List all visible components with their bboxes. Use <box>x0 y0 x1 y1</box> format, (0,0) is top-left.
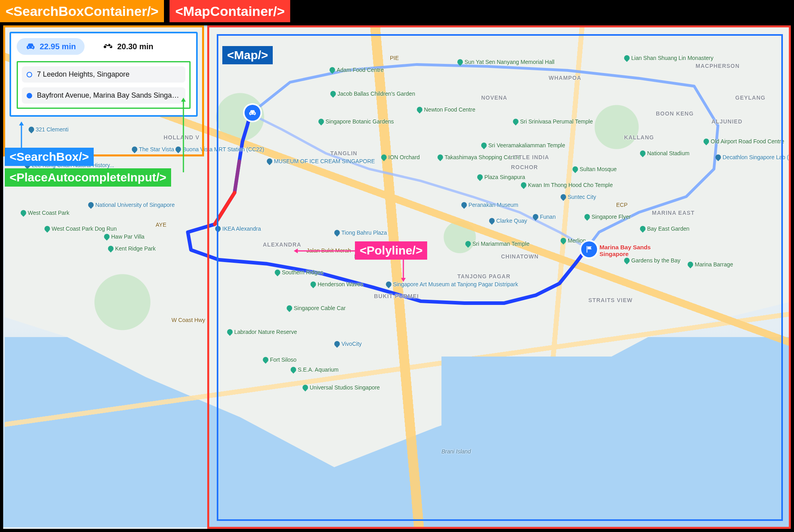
poi-adam-food[interactable]: Adam Food Centre <box>330 67 384 73</box>
destination-marker[interactable] <box>581 241 597 257</box>
destination-row[interactable] <box>22 87 185 104</box>
poi-fort-siloso[interactable]: Fort Siloso <box>263 357 297 363</box>
poi-sun-yat-sen[interactable]: Sun Yat Sen Nanyang Memorial Hall <box>457 59 555 65</box>
label-map: <Map/> <box>222 46 273 64</box>
arrow-polyline-left <box>294 247 357 256</box>
origin-row[interactable] <box>22 66 185 83</box>
motorcycle-icon <box>103 41 113 52</box>
poi-national-stadium[interactable]: National Stadium <box>640 150 690 156</box>
poi-vivocity[interactable]: VivoCity <box>334 341 362 347</box>
poi-ion[interactable]: ION Orchard <box>381 154 420 160</box>
district-aljunied: ALJUNIED <box>711 118 742 125</box>
car-icon <box>248 108 257 117</box>
poi-merlion[interactable]: Merlion <box>561 237 586 244</box>
mode-moto-time: 20.30 min <box>117 42 153 51</box>
travel-mode-row: 22.95 min 20.30 min <box>17 38 191 55</box>
poi-labrador[interactable]: Labrador Nature Reserve <box>227 329 297 335</box>
district-bukit-purmei: BUKIT PURMEI <box>374 293 419 299</box>
district-novena: NOVENA <box>481 94 507 101</box>
poi-bay-east[interactable]: Bay East Garden <box>640 226 690 232</box>
district-little-india: LITTLE INDIA <box>509 154 549 160</box>
poi-clarke-quay[interactable]: Clarke Quay <box>489 218 527 224</box>
svg-marker-3 <box>181 98 186 102</box>
svg-marker-5 <box>294 249 298 253</box>
origin-input[interactable] <box>37 70 181 79</box>
road-w-coast-hwy: W Coast Hwy <box>172 317 205 323</box>
poi-sea-aquarium[interactable]: S.E.A. Aquarium <box>291 366 339 373</box>
district-chinatown: CHINATOWN <box>501 253 539 260</box>
district-kallang: KALLANG <box>624 134 654 141</box>
district-geylang: GEYLANG <box>735 94 765 101</box>
poi-sri-mariamman[interactable]: Sri Mariamman Temple <box>465 241 530 247</box>
poi-lian-shan[interactable]: Lian Shan Shuang Lin Monastery <box>624 55 713 61</box>
road-ecp: ECP <box>616 202 628 208</box>
arrow-searchbox <box>17 121 25 151</box>
poi-tiong-bahru[interactable]: Tiong Bahru Plaza <box>334 229 387 236</box>
poi-ice-cream[interactable]: MUSEUM OF ICE CREAM SINGAPORE <box>267 158 375 164</box>
poi-funan[interactable]: Funan <box>533 214 556 220</box>
poi-jacob-ballas[interactable]: Jacob Ballas Children's Garden <box>330 91 415 97</box>
poi-sultan-mosque[interactable]: Sultan Mosque <box>572 166 617 172</box>
poi-west-coast[interactable]: West Coast Park <box>21 210 69 216</box>
arrow-polyline-down <box>399 258 407 283</box>
component-label-row: <SearchBoxContainer/> <MapContainer/> <box>0 0 794 22</box>
poi-brani: Brani Island <box>441 357 789 529</box>
poi-decathlon[interactable]: Decathlon Singapore Lab (Kallang) <box>715 154 791 160</box>
poi-sg-flyer[interactable]: Singapore Flyer <box>584 214 631 220</box>
district-marina-east: MARINA EAST <box>652 210 695 216</box>
label-searchbox-container: <SearchBoxContainer/> <box>0 0 164 22</box>
poi-kwan-im[interactable]: Kwan Im Thong Hood Cho Temple <box>521 182 613 188</box>
arrow-autocomplete <box>179 98 187 175</box>
poi-peranakan[interactable]: Peranakan Museum <box>461 202 518 208</box>
poi-newton[interactable]: Newton Food Centre <box>417 106 475 113</box>
mode-car-time: 22.95 min <box>40 42 76 51</box>
poi-west-coast-dog[interactable]: West Coast Park Dog Run <box>44 226 117 232</box>
poi-clementi[interactable]: 321 Clementi <box>29 126 69 133</box>
mode-moto-pill[interactable]: 20.30 min <box>94 38 162 55</box>
origin-dot-icon <box>27 72 32 77</box>
road-aye: AYE <box>156 222 166 228</box>
poi-kent-ridge[interactable]: Kent Ridge Park <box>108 245 156 252</box>
destination-dot-icon <box>27 93 32 98</box>
poi-southern-ridges[interactable]: Southern Ridges <box>275 269 323 276</box>
district-macpherson: MACPHERSON <box>696 63 740 69</box>
poi-universal[interactable]: Universal Studios Singapore <box>303 384 380 391</box>
poi-buona-vista[interactable]: Buona Vista MRT Station (CC22) <box>175 146 264 152</box>
district-tanjong-pagar: TANJONG PAGAR <box>457 273 511 279</box>
poi-henderson[interactable]: Henderson Waves <box>310 281 363 287</box>
poi-ikea[interactable]: IKEA Alexandra <box>215 226 261 232</box>
poi-star-vista[interactable]: The Star Vista <box>132 146 174 152</box>
flag-icon <box>585 245 594 254</box>
poi-takashimaya[interactable]: Takashimaya Shopping Centre <box>437 154 520 160</box>
searchbox: 22.95 min 20.30 min <box>10 32 198 117</box>
poi-suntec[interactable]: Suntec City <box>561 194 596 200</box>
svg-marker-1 <box>19 121 24 125</box>
poi-perumal[interactable]: Sri Srinivasa Perumal Temple <box>513 118 593 125</box>
district-whampoa: WHAMPOA <box>549 75 581 81</box>
district-straits-view: STRAITS VIEW <box>588 297 633 303</box>
poi-haw-par[interactable]: Haw Par Villa <box>104 233 145 240</box>
svg-marker-7 <box>401 278 406 282</box>
place-autocomplete-group <box>17 61 191 109</box>
label-searchbox: <SearchBox/> <box>5 148 94 166</box>
district-rochor: ROCHOR <box>511 164 538 170</box>
poi-gardens-bay[interactable]: Gardens by the Bay <box>624 257 680 264</box>
destination-input[interactable] <box>37 91 181 100</box>
label-polyline: <Polyline/> <box>355 241 427 260</box>
poi-cable-car[interactable]: Singapore Cable Car <box>287 305 346 311</box>
road-pie: PIE <box>390 55 399 61</box>
district-tanglin: TANGLIN <box>330 150 357 156</box>
label-map-container: <MapContainer/> <box>170 0 290 22</box>
district-boon-keng: BOON KENG <box>656 110 694 117</box>
origin-marker[interactable] <box>245 105 260 121</box>
poi-old-airport[interactable]: Old Airport Road Food Centre <box>703 138 784 145</box>
poi-veerama[interactable]: Sri Veeramakaliamman Temple <box>481 142 565 148</box>
destination-label: Marina Bay Sands Singapore <box>599 244 671 257</box>
car-icon <box>25 41 36 52</box>
poi-marina-barrage[interactable]: Marina Barrage <box>688 261 733 268</box>
poi-botanic[interactable]: Singapore Botanic Gardens <box>318 118 394 125</box>
mode-car-pill[interactable]: 22.95 min <box>17 38 85 55</box>
poi-nus[interactable]: National University of Singapore <box>88 202 175 208</box>
poi-plaza-sing[interactable]: Plaza Singapura <box>477 174 525 180</box>
label-autocomplete: <PlaceAutocompleteInput/> <box>5 168 171 187</box>
